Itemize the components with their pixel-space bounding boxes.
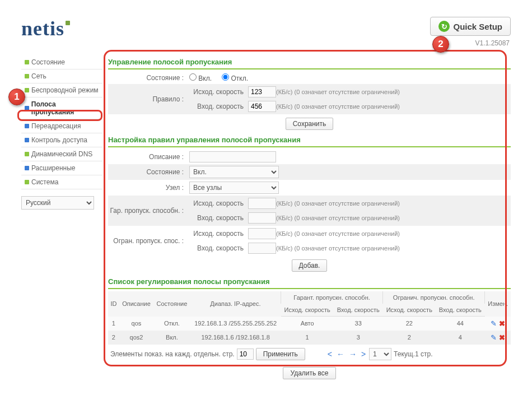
next-page-icon[interactable]: →: [348, 350, 358, 359]
first-page-icon[interactable]: <: [326, 350, 333, 359]
bw-state-on[interactable]: Вкл.: [189, 73, 212, 82]
sidebar-item-access[interactable]: Контроль доступа: [21, 133, 102, 147]
sidebar-item-bandwidth[interactable]: Полоса пропускания: [21, 97, 102, 119]
bw-out-speed[interactable]: [248, 86, 276, 97]
bw-rule-label: Правило :: [108, 95, 189, 103]
guar-out-input[interactable]: [248, 198, 276, 209]
bw-state-label: Состояние :: [108, 74, 189, 82]
edit-icon[interactable]: ✎: [491, 333, 497, 342]
bw-rules-table: ID Описание Состояние Диапаз. IP-адрес. …: [108, 291, 511, 345]
rule-cfg-title: Настройка правил управления полосой проп…: [108, 133, 511, 147]
sidebar-item-system[interactable]: Система: [21, 175, 102, 189]
sidebar: Состояние Сеть Беспроводной режим Полоса…: [21, 55, 102, 383]
apply-button[interactable]: Применить: [256, 348, 305, 360]
delete-icon[interactable]: ✖: [499, 319, 505, 328]
quick-setup-button[interactable]: ↻ Quick Setup: [430, 17, 511, 36]
limit-out-input[interactable]: [248, 228, 276, 239]
sidebar-item-advanced[interactable]: Расширенные: [21, 161, 102, 175]
logo: netis: [21, 17, 70, 40]
sidebar-item-network[interactable]: Сеть: [21, 69, 102, 83]
sidebar-item-ddns[interactable]: Динамический DNS: [21, 147, 102, 161]
delete-icon[interactable]: ✖: [499, 333, 505, 342]
table-row: 1qosОткл.192.168.1.3 /255.255.255.252 Ав…: [108, 317, 511, 331]
language-select[interactable]: Русский: [21, 196, 94, 210]
save-button[interactable]: Сохранить: [286, 118, 334, 130]
edit-icon[interactable]: ✎: [491, 319, 497, 328]
bw-in-speed[interactable]: [248, 101, 276, 112]
last-page-icon[interactable]: >: [360, 350, 367, 359]
add-button[interactable]: Добав.: [292, 259, 328, 272]
sidebar-item-wireless[interactable]: Беспроводной режим: [21, 83, 102, 97]
refresh-icon: ↻: [438, 21, 450, 32]
bw-state-off[interactable]: Откл.: [222, 73, 248, 82]
delete-all-button[interactable]: Удалить все: [283, 367, 335, 379]
rule-node-select[interactable]: Все узлы: [189, 182, 279, 194]
sidebar-item-status[interactable]: Состояние: [21, 55, 102, 69]
rule-desc-input[interactable]: [189, 151, 276, 162]
main-panel: Управление полосой пропускания Состояние…: [108, 55, 511, 383]
pager: Элементы показ. на кажд. отдельн. стр. П…: [108, 345, 511, 364]
annotation-badge-1: 1: [8, 89, 25, 105]
page-select[interactable]: 1: [369, 348, 391, 360]
list-title: Список регулирования полосы пропускания: [108, 275, 511, 289]
sidebar-item-forwarding[interactable]: Переадресация: [21, 119, 102, 133]
prev-page-icon[interactable]: ←: [335, 350, 346, 359]
annotation-badge-2: 2: [432, 36, 449, 53]
rule-state-select[interactable]: Вкл.: [189, 166, 279, 178]
table-row: 2qos2Вкл.192.168.1.6 /192.168.1.8 1324 ✎…: [108, 331, 511, 345]
guar-in-input[interactable]: [248, 212, 276, 224]
quick-setup-label: Quick Setup: [453, 22, 502, 31]
per-page-input[interactable]: [237, 348, 254, 360]
bw-control-title: Управление полосой пропускания: [108, 55, 511, 69]
limit-in-input[interactable]: [248, 243, 276, 254]
